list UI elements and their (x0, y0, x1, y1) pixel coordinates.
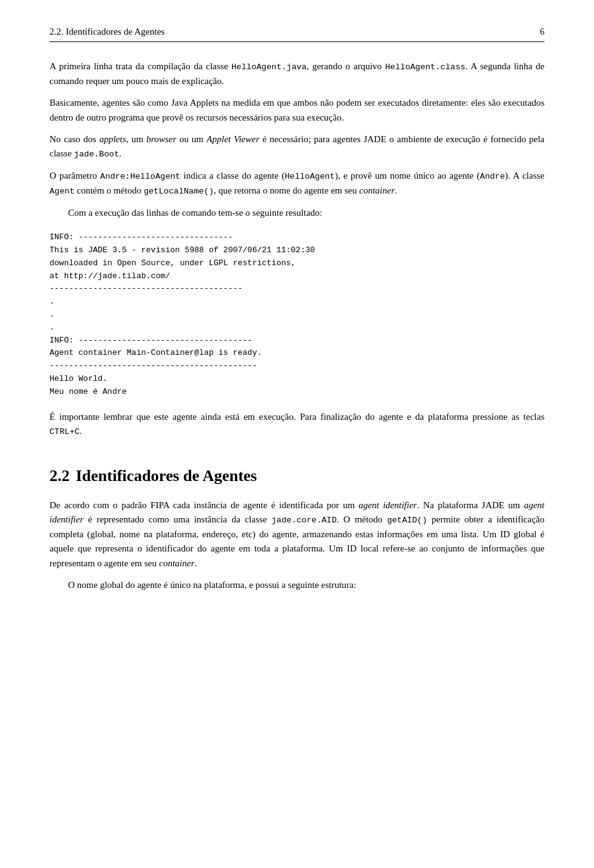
paragraph-8: O nome global do agente é único na plata… (50, 578, 544, 592)
paragraph-2: Basicamente, agentes são como Java Apple… (50, 96, 544, 125)
code-jade-boot: jade.Boot (74, 150, 119, 159)
section-body: A primeira linha trata da compilação da … (50, 59, 544, 438)
code-getlocalname: getLocalName() (144, 187, 213, 196)
code-agent: Agent (50, 187, 75, 196)
code-output-block: INFO: -------------------------------- T… (50, 231, 544, 398)
italic-container: container (359, 185, 395, 195)
paragraph-4: O parâmetro Andre:HelloAgent indica a cl… (50, 169, 544, 198)
paragraph-7: De acordo com o padrão FIPA cada instânc… (50, 498, 544, 571)
section-title: Identificadores de Agentes (76, 467, 257, 485)
code-helloagent-java: HelloAgent.java (231, 62, 307, 72)
code-getaid: getAID() (387, 516, 427, 525)
code-andre: Andre (480, 172, 506, 181)
italic-appletviewer: Applet Viewer (207, 134, 259, 144)
code-helloagent-class: HelloAgent.class (385, 62, 466, 72)
page-header: 2.2. Identificadores de Agentes 6 (50, 25, 544, 42)
italic-container-2: container (159, 558, 195, 568)
italic-browser: browser (146, 134, 176, 144)
paragraph-1: A primeira linha trata da compilação da … (50, 59, 544, 88)
section-number: 2.2 (50, 467, 70, 485)
paragraph-3: No caso dos applets, um browser ou um Ap… (50, 132, 544, 161)
chapter-title: 2.2. Identificadores de Agentes (50, 25, 165, 39)
code-andre-helloagent: Andre:HelloAgent (100, 172, 181, 181)
italic-agent-identifier: agent identifier (358, 500, 416, 510)
page-number: 6 (540, 25, 545, 39)
section-heading-2-2: 2.2Identificadores de Agentes (50, 464, 544, 488)
paragraph-5: Com a execução das linhas de comando tem… (50, 206, 544, 220)
italic-applets: applets (99, 134, 126, 144)
paragraph-6: É importante lembrar que este agente ain… (50, 410, 544, 439)
code-jade-core-aid: jade.core.AID (272, 516, 337, 525)
code-ctrlc: CTRL+C (50, 427, 80, 436)
code-helloagent2: HelloAgent (285, 172, 335, 181)
section-2-2-body: De acordo com o padrão FIPA cada instânc… (50, 498, 544, 592)
